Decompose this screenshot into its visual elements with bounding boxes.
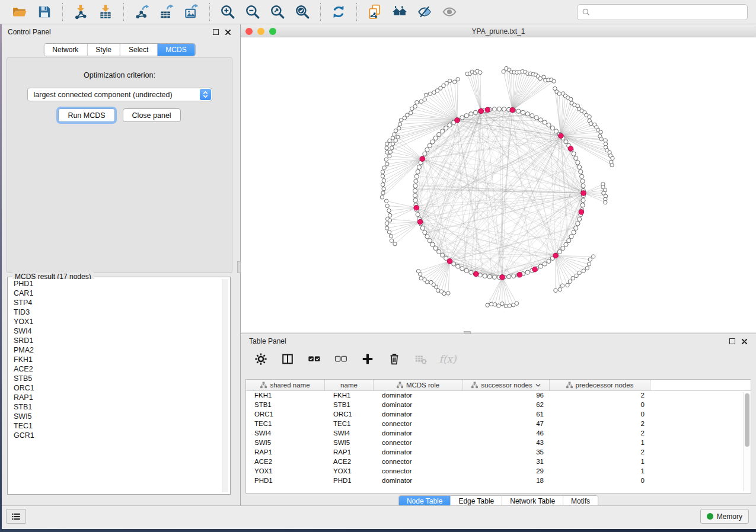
table-panel: Table Panel f(x) shared namenameMCDS rol…: [241, 334, 756, 505]
column-header-MCDS-role[interactable]: MCDS role: [374, 380, 463, 390]
mcds-result-item[interactable]: PMA2: [9, 345, 222, 355]
search-box[interactable]: [577, 4, 748, 20]
save-session-button[interactable]: [34, 2, 55, 21]
cell-predecessor-nodes: 1: [550, 467, 650, 476]
show-columns-button[interactable]: [280, 352, 295, 366]
network-window-title: YPA_prune.txt_1: [241, 27, 756, 36]
delete-table-button: [414, 352, 428, 366]
mcds-result-item[interactable]: GCR1: [9, 431, 222, 440]
zoom-selected-button[interactable]: [292, 2, 312, 21]
cell-MCDS-role: connector: [374, 457, 463, 467]
export-image-button[interactable]: [181, 2, 202, 21]
tab-network[interactable]: Network: [44, 44, 87, 56]
mcds-result-item[interactable]: STB1: [9, 402, 222, 412]
run-mcds-button[interactable]: Run MCDS: [58, 108, 114, 122]
table-row[interactable]: YOX1YOX1connector291: [246, 467, 751, 476]
zoom-out-button[interactable]: [243, 2, 263, 21]
attribute-icon: [397, 382, 403, 389]
column-label: name: [340, 382, 358, 389]
select-stepper-icon: [200, 89, 211, 100]
table-row[interactable]: STB1STB1dominator620: [246, 400, 751, 410]
control-panel-title: Control Panel: [8, 28, 51, 36]
column-header-name[interactable]: name: [325, 380, 374, 390]
unselect-all-button[interactable]: [334, 352, 348, 366]
open-file-icon: [12, 4, 27, 20]
mcds-result-item[interactable]: PHD1: [9, 279, 222, 289]
select-all-button[interactable]: [307, 352, 321, 366]
mcds-result-item[interactable]: ORC1: [9, 383, 222, 393]
mcds-list-scrollbar[interactable]: [222, 279, 228, 492]
table-row[interactable]: SWI5SWI5connector431: [246, 438, 751, 448]
refresh-button[interactable]: [328, 2, 349, 21]
node-table: shared namenameMCDS rolesuccessor nodesp…: [245, 379, 751, 493]
mcds-result-item[interactable]: FKH1: [9, 355, 222, 364]
optimization-criterion-select[interactable]: largest connected component (undirected): [27, 88, 212, 101]
table-row[interactable]: FKH1FKH1dominator962: [246, 391, 751, 400]
mcds-result-item[interactable]: SWI4: [9, 326, 222, 336]
mcds-result-item[interactable]: ACE2: [9, 364, 222, 374]
export-table-button[interactable]: [157, 2, 177, 21]
tab-style[interactable]: Style: [87, 44, 120, 56]
horizontal-splitter-handle[interactable]: [464, 331, 471, 334]
import-table-button[interactable]: [95, 2, 116, 21]
mcds-result-item[interactable]: SRD1: [9, 336, 222, 345]
clone-network-button[interactable]: [365, 2, 385, 21]
table-row[interactable]: SWI4SWI4dominator462: [246, 429, 751, 438]
zoom-out-icon: [245, 4, 260, 20]
mcds-result-item[interactable]: STB5: [9, 374, 222, 383]
cell-shared-name: STB1: [246, 400, 325, 410]
cell-name: SWI4: [325, 429, 374, 438]
mcds-result-item[interactable]: TEC1: [9, 421, 222, 431]
memory-button[interactable]: Memory: [700, 509, 749, 524]
column-header-shared-name[interactable]: shared name: [246, 380, 325, 390]
network-canvas[interactable]: [241, 37, 756, 332]
table-row[interactable]: ORC1ORC1dominator610: [246, 410, 751, 419]
float-table-panel-icon[interactable]: [729, 338, 735, 344]
tab-mcds[interactable]: MCDS: [157, 44, 194, 56]
zoom-in-button[interactable]: [218, 2, 238, 21]
first-neighbors-button[interactable]: [390, 2, 410, 21]
column-header-successor-nodes[interactable]: successor nodes: [463, 380, 550, 390]
mcds-result-item[interactable]: CAR1: [9, 289, 222, 298]
cell-MCDS-role: connector: [374, 467, 463, 476]
toolbar-separator: [356, 3, 357, 21]
table-scrollbar[interactable]: [743, 392, 749, 491]
table-row[interactable]: RAP1RAP1dominator352: [246, 448, 751, 457]
cell-successor-nodes: 31: [463, 457, 550, 467]
table-body: FKH1FKH1dominator962STB1STB1dominator620…: [246, 391, 751, 486]
tab-select[interactable]: Select: [120, 44, 157, 56]
cell-predecessor-nodes: 1: [550, 438, 650, 448]
cell-successor-nodes: 18: [463, 476, 550, 486]
mcds-result-list[interactable]: PHD1CAR1STP4TID3YOX1SWI4SRD1PMA2FKH1ACE2…: [9, 279, 222, 492]
hide-selected-button[interactable]: [414, 2, 435, 21]
zoom-fit-button[interactable]: [267, 2, 288, 21]
cell-name: SWI5: [325, 438, 374, 448]
table-scrollbar-thumb[interactable]: [745, 393, 749, 447]
app-window: Control Panel NetworkStyleSelectMCDS Opt…: [0, 0, 756, 529]
table-row[interactable]: TEC1TEC1connector472: [246, 419, 751, 429]
mcds-result-item[interactable]: YOX1: [9, 317, 222, 326]
delete-columns-button[interactable]: [387, 352, 401, 366]
column-header-predecessor-nodes[interactable]: predecessor nodes: [550, 380, 650, 390]
export-network-button[interactable]: [132, 2, 152, 21]
close-panel-button[interactable]: Close panel: [123, 108, 181, 122]
mcds-result-item[interactable]: TID3: [9, 307, 222, 317]
mcds-result-item[interactable]: RAP1: [9, 393, 222, 402]
close-table-panel-icon[interactable]: [741, 338, 748, 345]
mcds-result-item[interactable]: STP4: [9, 298, 222, 307]
table-mode-button[interactable]: [254, 352, 268, 366]
column-label: MCDS role: [406, 382, 439, 389]
search-input[interactable]: [594, 5, 747, 20]
float-panel-icon[interactable]: [213, 29, 219, 35]
table-row[interactable]: ACE2ACE2connector311: [246, 457, 751, 467]
close-panel-icon[interactable]: [225, 29, 231, 36]
create-column-button[interactable]: [361, 352, 375, 366]
export-network-icon: [134, 4, 149, 20]
task-history-button[interactable]: [6, 509, 26, 524]
open-file-button[interactable]: [9, 2, 30, 21]
import-network-button[interactable]: [71, 2, 91, 21]
table-row[interactable]: PHD1PHD1dominator180: [246, 476, 751, 486]
mcds-result-item[interactable]: SWI5: [9, 412, 222, 421]
cell-predecessor-nodes: 1: [550, 457, 650, 467]
cell-name: FKH1: [325, 391, 374, 400]
